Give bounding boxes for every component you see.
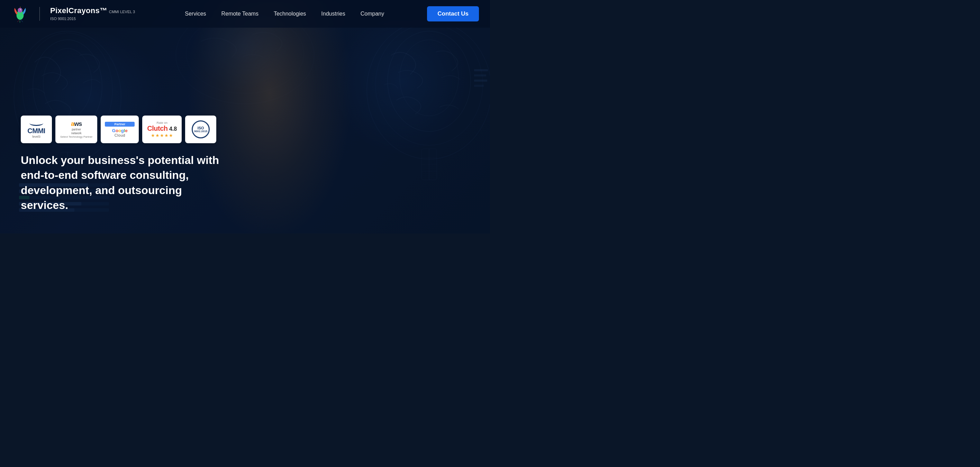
hero-section: PixelCrayons™ CMMI LEVEL 3 ISO 9001:2015… bbox=[0, 0, 490, 234]
hero-content: CMMI level3 aws partnernetwork Select Te… bbox=[21, 116, 220, 213]
gc-partner-label: Partner bbox=[105, 122, 135, 127]
gc-logo: Google bbox=[112, 128, 128, 133]
nav-technologies[interactable]: Technologies bbox=[266, 11, 313, 17]
navbar: PixelCrayons™ CMMI LEVEL 3 ISO 9001:2015… bbox=[0, 0, 490, 28]
logo-link[interactable]: PixelCrayons™ CMMI LEVEL 3 ISO 9001:2015 bbox=[11, 5, 135, 23]
cmmi-badge: CMMI level3 bbox=[21, 116, 52, 143]
logo-text-area: PixelCrayons™ CMMI LEVEL 3 ISO 9001:2015 bbox=[50, 6, 135, 22]
clutch-rate-label: Rate on bbox=[156, 121, 167, 124]
clutch-logo: Clutch 4.8 bbox=[147, 125, 177, 132]
nav-links: Services Remote Teams Technologies Indus… bbox=[149, 11, 420, 17]
iso-circle: ISO 9001:2015 bbox=[192, 121, 210, 138]
nav-company[interactable]: Company bbox=[353, 11, 392, 17]
iso-num: 9001:2015 bbox=[194, 130, 207, 133]
hero-headline: Unlock your business's potential with en… bbox=[21, 153, 220, 213]
aws-badge: aws partnernetwork Select Technology Par… bbox=[56, 116, 97, 143]
nav-industries[interactable]: Industries bbox=[313, 11, 353, 17]
svg-point-37 bbox=[21, 10, 21, 10]
badges-row: CMMI level3 aws partnernetwork Select Te… bbox=[21, 116, 220, 143]
cmmi-label: CMMI bbox=[27, 127, 45, 135]
logo-bird-icon bbox=[11, 5, 29, 23]
google-cloud-badge: Partner Google Cloud bbox=[101, 116, 139, 143]
aws-sub: partnernetwork bbox=[71, 128, 82, 135]
iso-badge: ISO 9001:2015 bbox=[185, 116, 216, 143]
nav-services[interactable]: Services bbox=[177, 11, 213, 17]
cmmi-arc bbox=[29, 121, 43, 126]
contact-us-button[interactable]: Contact Us bbox=[427, 6, 479, 21]
nav-remote-teams[interactable]: Remote Teams bbox=[214, 11, 266, 17]
svg-point-35 bbox=[18, 8, 22, 13]
aws-select: Select Technology Partner bbox=[60, 135, 92, 138]
gc-cloud-label: Cloud bbox=[115, 133, 125, 137]
logo-divider bbox=[40, 7, 40, 21]
clutch-stars: ★★★★★ bbox=[151, 133, 173, 138]
brand-name: PixelCrayons™ bbox=[50, 6, 107, 15]
cmmi-sub: level3 bbox=[32, 135, 40, 138]
clutch-badge: Rate on Clutch 4.8 ★★★★★ bbox=[142, 116, 182, 143]
aws-logo: aws bbox=[71, 121, 82, 128]
